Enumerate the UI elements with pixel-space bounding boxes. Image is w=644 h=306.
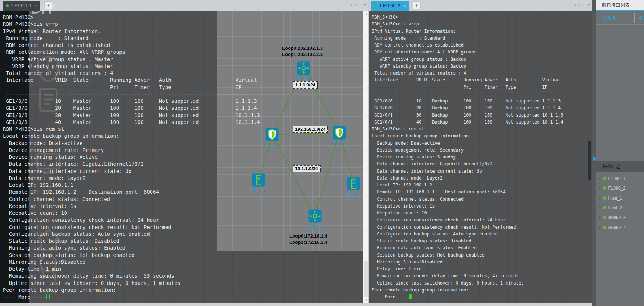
connection-status-dot-icon (374, 4, 377, 7)
status-dot-icon (603, 216, 606, 219)
terminal-line: Configuration backup status: Auto sync e… (372, 231, 591, 238)
status-dot-icon (603, 186, 606, 190)
right-terminal-scrollbar-thumb[interactable] (588, 141, 591, 180)
expand-arrow-icon[interactable]: ▾ (599, 186, 601, 190)
terminal-tab-f1090-2[interactable]: 1 F1090_2 × (371, 1, 409, 11)
terminal-line: Remaining switchover delay time: 0 minut… (372, 273, 591, 279)
column-header-interface-name: 接口名 (638, 15, 644, 21)
device-tree-item[interactable]: ▾S6850_3 (596, 213, 644, 222)
terminal-line: ----------------------------------------… (3, 91, 366, 98)
terminal-cursor (46, 294, 50, 299)
terminal-line: Delay-time: 1 min (3, 266, 366, 273)
terminal-line: RBM collaboration mode: All VRRP groups (3, 49, 366, 56)
terminal-line: Keepalive interval: 1s (372, 203, 591, 210)
device-label: F1090_1 (608, 176, 625, 181)
scrollbar-thumb[interactable] (364, 261, 368, 297)
terminal-line: RBM collaboration mode: All VRRP groups (372, 49, 591, 56)
column-header-device-name: 设备名 (602, 15, 616, 21)
terminal-line: Remaining switchover delay time: 0 minut… (3, 273, 366, 279)
terminal-line: ---- More ---- (3, 294, 366, 301)
expand-arrow-icon[interactable]: ▾ (599, 226, 601, 229)
status-dot-icon (603, 196, 606, 200)
terminal-line: Static route backup status: Disabled (372, 238, 591, 245)
terminal-line: Running-data auto sync status: Enabled (3, 245, 366, 251)
right-terminal-output[interactable]: RBM_S<H3C>RBM_S<H3C>dis vrrpIPv4 Virtual… (368, 11, 591, 305)
terminal-line: Configuration backup status: Auto sync e… (3, 231, 366, 238)
device-tree-item[interactable]: ▾Host_2 (596, 203, 644, 213)
expand-arrow-icon[interactable]: ▾ (599, 216, 601, 220)
terminal-line: GE1/0/1 30 Backup 100 100 Not supported … (372, 112, 591, 119)
tab-list-dropdown-icon[interactable]: ▾ (364, 3, 366, 7)
terminal-tab-f1090-1[interactable]: 1 F1090_1 × (3, 1, 40, 11)
terminal-line: Configuration consistency check interval… (372, 217, 591, 224)
terminal-line: Total number of virtual routers : 4 (372, 70, 591, 77)
terminal-line: Device management role: Primary (3, 147, 366, 154)
column-divider (634, 13, 635, 23)
topology-summary-header[interactable]: 拓扑汇总 (596, 161, 644, 172)
device-tree-list: ▾F1090_1▾F1090_2▾Host_1▾Host_2▾S6850_3▾S… (596, 173, 644, 232)
tab-list-dropdown-icon[interactable]: ▾ (588, 3, 590, 7)
terminal-line: Data channel interface: GigabitEthernet1… (372, 161, 591, 168)
terminal-line: RBM_P<H3C>dis rem st (3, 126, 366, 133)
device-tree-item[interactable]: ▾S6850_4 (596, 222, 644, 232)
right-terminal-border (592, 0, 592, 303)
left-terminal-output[interactable]: RBM_P<H3C>RBM_P<H3C>dis vrrpIPv4 Virtual… (0, 11, 366, 305)
expand-arrow-icon[interactable]: ▾ (599, 177, 601, 180)
tab-close-icon[interactable]: × (35, 3, 37, 8)
terminal-line: VRRP standby group status: Master (3, 63, 366, 70)
terminal-line: Configuration consistency check result: … (3, 224, 366, 231)
panel-splitter[interactable] (592, 0, 596, 306)
terminal-line: Backup mode: Dual-active (372, 140, 591, 147)
terminal-line: GE1/0/0 10 Master 100 100 Not supported … (3, 98, 366, 105)
terminal-line: Data channel interface current state: Up (372, 168, 591, 175)
new-tab-button[interactable]: + (413, 1, 421, 9)
terminal-line: GE1/0/0 20 Backup 100 100 Not supported … (372, 105, 591, 112)
terminal-line: Mirroring Status:Disabled (3, 259, 366, 266)
tab-scroll-left-icon[interactable]: ◂ (350, 3, 352, 7)
right-panel: 抓包接口列表 设备名 接口名 拓扑汇总 ▾F1090_1▾F1090_2▾Hos… (596, 0, 644, 306)
terminal-line: Configuration consistency check result: … (372, 224, 591, 231)
status-dot-icon (603, 177, 606, 180)
terminal-line: RBM_P<H3C> (3, 14, 366, 21)
terminal-line: VRRP standby group status: Backup (372, 63, 591, 70)
terminal-line: Session backup status: Hot backup enable… (3, 252, 366, 259)
expand-arrow-icon[interactable]: ▾ (599, 206, 601, 210)
terminal-line: GE1/0/0 10 Backup 100 100 Not supported … (372, 98, 591, 105)
terminal-line: GE1/0/1 30 Master 100 100 Not supported … (3, 112, 366, 119)
terminal-line: Remote IP: 192.168.1.1 Destination port:… (372, 189, 591, 196)
terminal-line: Session backup status: Hot backup enable… (372, 252, 591, 259)
terminal-line: Control channel status: Connected (3, 196, 366, 203)
new-tab-button[interactable]: + (44, 1, 52, 9)
terminal-line: Data channel mode: Layer2 (372, 175, 591, 182)
terminal-line: Peer remote backup group information: (372, 287, 591, 294)
terminal-line: Running-data auto sync status: Enabled (372, 245, 591, 251)
terminal-line: Delay-time: 1 min (372, 266, 591, 273)
terminal-line: GE1/0/1 40 Master 100 100 Not supported … (3, 119, 366, 126)
tab-scroll-right-icon[interactable]: ▸ (578, 3, 580, 7)
tab-scroll-right-icon[interactable]: ▸ (355, 3, 357, 7)
device-tree-item[interactable]: ▾F1090_1 (596, 173, 644, 183)
terminal-line: RBM_S<H3C>dis rem st (372, 126, 591, 133)
terminal-line: IPv4 Virtual Router Information: (372, 28, 591, 35)
device-tree-item[interactable]: ▾F1090_2 (596, 183, 644, 193)
status-dot-icon (603, 206, 606, 209)
status-dot-icon (603, 226, 606, 229)
terminal-line: Device running status: Active (3, 154, 366, 161)
terminal-line: RBM_S<H3C>dis vrrp (372, 21, 591, 28)
terminal-line: Configuration consistency check interval… (3, 217, 366, 224)
device-label: F1090_2 (608, 186, 625, 191)
terminal-line: Device running status: Standby (372, 154, 591, 161)
tab-close-icon[interactable]: × (403, 3, 406, 8)
panel-collapse-arrow-icon[interactable] (593, 156, 596, 161)
terminal-line: GE1/0/0 20 Master 100 100 Not supported … (3, 105, 366, 112)
expand-arrow-icon[interactable]: ▾ (599, 196, 601, 200)
right-terminal-tab-bar: 1 F1090_2 × + ◂ ▸ ▾ (368, 0, 592, 11)
terminal-line: RBM control channel is established (372, 42, 591, 49)
terminal-line: RBM_S<H3C> (372, 14, 591, 21)
tab-scroll-left-icon[interactable]: ◂ (574, 3, 576, 7)
terminal-line: Static route backup status: Disabled (3, 238, 366, 245)
device-tree-item[interactable]: ▾Host_1 (596, 193, 644, 203)
terminal-line: ----------------------------------------… (372, 91, 591, 98)
terminal-line: IPv4 Virtual Router Information: (3, 28, 366, 35)
terminal-line: Local remote backup group information: (3, 133, 366, 140)
